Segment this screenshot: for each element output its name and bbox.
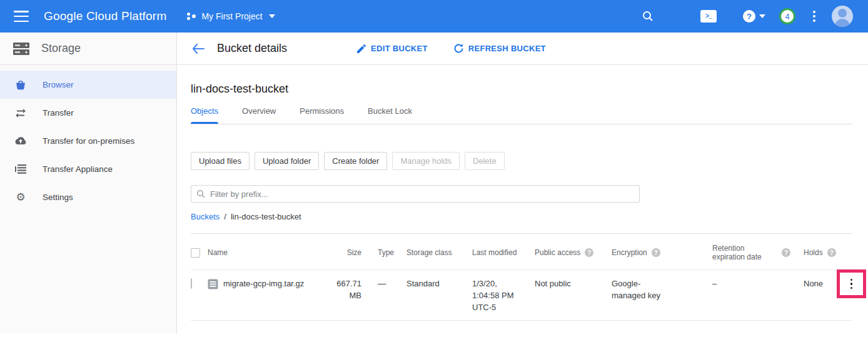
column-header-encryption[interactable]: Encryption ?	[600, 234, 699, 269]
product-logo[interactable]: Google Cloud Platform	[44, 9, 166, 23]
storage-product-icon	[13, 42, 30, 56]
tab-objects[interactable]: Objects	[191, 106, 218, 124]
file-icon	[208, 279, 218, 289]
chevron-down-icon	[269, 14, 275, 18]
search-icon	[196, 189, 205, 198]
edit-bucket-label: EDIT BUCKET	[371, 44, 428, 53]
pencil-icon	[357, 44, 366, 53]
sidebar-item-settings[interactable]: ⚙ Settings	[0, 183, 176, 211]
upload-files-button[interactable]: Upload files	[191, 152, 250, 170]
sidebar: Storage Browser Trans	[0, 33, 177, 333]
column-header-public-access[interactable]: Public access ?	[523, 234, 600, 269]
help-icon: ?	[743, 10, 755, 23]
help-menu[interactable]: ?	[743, 10, 765, 23]
object-encryption: Google-managed key	[612, 278, 667, 302]
edit-bucket-button[interactable]: EDIT BUCKET	[357, 44, 428, 53]
tab-bar: Objects Overview Permissions Bucket Lock	[191, 106, 852, 124]
object-holds: None	[790, 270, 827, 320]
objects-table: Name Size Type Storage class Last modifi…	[191, 233, 852, 321]
top-bar: Google Cloud Platform My First Project >…	[0, 0, 868, 33]
object-retention: –	[699, 270, 790, 320]
sidebar-item-transfer-appliance[interactable]: Transfer Appliance	[0, 155, 176, 183]
column-header-storage-class[interactable]: Storage class	[396, 234, 461, 269]
main-panel: Bucket details EDIT BUCKET REFRESH BUCKE…	[177, 33, 868, 333]
sidebar-title: Storage	[41, 42, 81, 55]
transfer-arrows-icon	[14, 108, 28, 118]
sidebar-item-transfer[interactable]: Transfer	[0, 99, 176, 127]
row-menu-icon[interactable]	[850, 279, 853, 289]
bucket-name: lin-docs-test-bucket	[191, 83, 868, 96]
row-checkbox[interactable]	[191, 278, 192, 289]
column-header-holds[interactable]: Holds ?	[790, 234, 827, 269]
column-header-size[interactable]: Size	[330, 234, 367, 269]
filter-field[interactable]	[191, 185, 640, 203]
help-icon[interactable]: ?	[782, 248, 790, 257]
project-name: My First Project	[201, 11, 262, 21]
cloud-upload-icon	[14, 136, 28, 146]
table-header-row: Name Size Type Storage class Last modifi…	[191, 233, 852, 270]
object-type: —	[367, 270, 396, 320]
column-header-name[interactable]: Name	[204, 234, 330, 269]
page-title: Bucket details	[217, 42, 287, 55]
highlight-box	[837, 269, 866, 298]
help-icon[interactable]: ?	[585, 248, 593, 257]
delete-button[interactable]: Delete	[465, 152, 505, 170]
refresh-bucket-label: REFRESH BUCKET	[468, 44, 546, 53]
breadcrumb-buckets-link[interactable]: Buckets	[191, 212, 220, 221]
avatar[interactable]	[832, 6, 853, 27]
notifications-badge[interactable]: 4	[779, 8, 795, 24]
sidebar-item-label: Transfer	[43, 108, 74, 118]
breadcrumb-separator: /	[224, 212, 226, 221]
breadcrumb: Buckets / lin-docs-test-bucket	[191, 212, 868, 221]
page-header: Bucket details EDIT BUCKET REFRESH BUCKE…	[177, 33, 868, 65]
object-name-link[interactable]: migrate-gcp-img.tar.gz	[223, 278, 304, 290]
tab-overview[interactable]: Overview	[242, 106, 276, 124]
object-size: 667.71 MB	[330, 270, 367, 320]
bucket-icon	[14, 79, 28, 91]
cloud-shell-icon[interactable]: >_	[700, 10, 717, 23]
create-folder-button[interactable]: Create folder	[324, 152, 387, 170]
filter-input[interactable]	[210, 189, 634, 199]
sidebar-item-label: Browser	[43, 80, 74, 89]
column-header-last-modified[interactable]: Last modified	[461, 234, 523, 269]
breadcrumb-current: lin-docs-test-bucket	[231, 212, 301, 221]
back-arrow-icon[interactable]	[191, 41, 206, 56]
upload-folder-button[interactable]: Upload folder	[255, 152, 319, 170]
object-last-modified: 1/3/20, 1:04:58 PM UTC-5	[461, 270, 523, 320]
tab-permissions[interactable]: Permissions	[300, 106, 344, 124]
refresh-bucket-button[interactable]: REFRESH BUCKET	[454, 44, 546, 53]
sidebar-item-label: Settings	[43, 193, 73, 202]
sidebar-nav: Browser Transfer Transfer for on-prem	[0, 65, 176, 211]
column-header-type[interactable]: Type	[367, 234, 396, 269]
menu-icon[interactable]	[14, 11, 29, 22]
appliance-icon	[14, 164, 28, 174]
select-all-checkbox[interactable]	[191, 248, 200, 258]
sidebar-item-label: Transfer for on-premises	[43, 136, 134, 146]
help-icon[interactable]: ?	[652, 248, 660, 257]
object-toolbar: Upload files Upload folder Create folder…	[191, 152, 868, 170]
column-header-retention[interactable]: Retention expiration date ?	[699, 234, 790, 269]
sidebar-header: Storage	[0, 33, 176, 65]
project-switcher[interactable]: My First Project	[186, 11, 275, 21]
sidebar-item-browser[interactable]: Browser	[0, 71, 176, 99]
table-row: migrate-gcp-img.tar.gz 667.71 MB — Stand…	[191, 270, 852, 321]
object-storage-class: Standard	[396, 270, 461, 320]
gear-icon: ⚙	[14, 192, 28, 203]
sidebar-item-transfer-on-premises[interactable]: Transfer for on-premises	[0, 127, 176, 155]
sidebar-item-label: Transfer Appliance	[43, 164, 113, 174]
refresh-icon	[454, 44, 463, 53]
search-icon[interactable]	[642, 10, 654, 23]
manage-holds-button[interactable]: Manage holds	[392, 152, 460, 170]
more-options-icon[interactable]	[810, 8, 818, 24]
project-icon	[186, 11, 196, 21]
chevron-down-icon	[759, 14, 765, 18]
tab-bucket-lock[interactable]: Bucket Lock	[368, 106, 412, 124]
object-public-access: Not public	[523, 270, 600, 320]
